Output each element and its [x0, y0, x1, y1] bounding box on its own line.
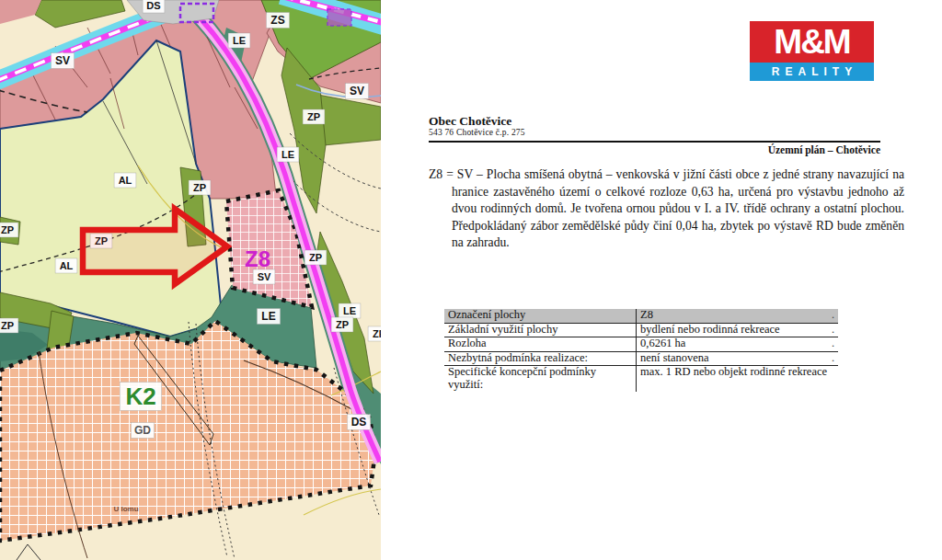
map-label: AL [114, 173, 136, 188]
logo-bottom: REALITY [750, 63, 874, 81]
map-label: AL [55, 258, 77, 273]
zone-description-paragraph: Z8 = SV – Plocha smíšená obytná – venkov… [429, 166, 904, 252]
svg-text:DS: DS [146, 0, 160, 11]
table-row: Označení plochy . Z8 [444, 309, 838, 323]
svg-text:K2: K2 [125, 383, 155, 410]
map-label: ZP [368, 326, 381, 341]
row-value: . Z8 [637, 309, 839, 323]
map-label: SV [345, 84, 368, 99]
zoning-map: DSZSLESVSVZPLEZPALZPZPALZ8SVZPLELEZPZPZP… [0, 0, 381, 560]
map-label: SV [253, 269, 275, 284]
logo-reality-text: REALITY [772, 65, 857, 78]
document-header: Obec Chotěvice 543 76 Chotěvice č.p. 275… [429, 114, 880, 155]
svg-text:DS: DS [351, 416, 367, 429]
svg-text:ZP: ZP [309, 252, 322, 263]
header-rule [429, 141, 880, 143]
table-row: Základní využití plochy . bydlení nebo r… [444, 323, 838, 337]
svg-text:U lomu: U lomu [113, 505, 138, 513]
logo-mm-text: M&M [774, 23, 849, 62]
table-row: Rozloha . 0,6261 ha [444, 337, 838, 352]
map-label: ZP [0, 318, 18, 333]
map-label: LE [339, 303, 361, 318]
page: DSZSLESVSVZPLEZPALZPZPALZ8SVZPLELEZPZPZP… [0, 0, 942, 560]
map-label: ZS [266, 13, 289, 29]
map-label: Z8 [245, 246, 270, 271]
plan-title: Územní plán – Chotěvice [429, 144, 880, 155]
svg-text:ZS: ZS [270, 14, 284, 27]
svg-text:LE: LE [233, 35, 246, 46]
svg-text:LE: LE [281, 149, 294, 160]
svg-text:SV: SV [258, 271, 271, 282]
svg-text:ZP: ZP [307, 111, 320, 122]
municipality-name: Obec Chotěvice [429, 114, 880, 128]
row-value: max. 1 RD nebo objekt rodinné rekreace [637, 366, 839, 393]
map-label: LE [257, 309, 280, 325]
map-label: DS [143, 0, 165, 13]
svg-text:LE: LE [343, 305, 356, 316]
row-label: Specifické koncepční podmínky využití: [444, 366, 637, 393]
zone-attributes-table: Označení plochy . Z8 Základní využití pl… [444, 309, 838, 392]
map-label: U lomu [113, 505, 138, 513]
mm-reality-logo: M&M REALITY [750, 21, 874, 81]
svg-text:LE: LE [261, 310, 275, 323]
zoning-map-svg: DSZSLESVSVZPLEZPALZPZPALZ8SVZPLELEZPZPZP… [0, 0, 381, 560]
row-label: Rozloha [444, 337, 637, 352]
map-label: DS [347, 415, 370, 430]
svg-text:SV: SV [350, 85, 364, 97]
row-label: Základní využití plochy [444, 323, 637, 337]
row-value: . bydlení nebo rodinná rekreace [637, 323, 839, 337]
trailing-dot: . [832, 309, 834, 322]
map-label: LE [228, 33, 250, 48]
svg-text:ZP: ZP [336, 319, 349, 330]
map-label: GD [131, 423, 154, 439]
map-label: SV [51, 53, 74, 69]
svg-text:ZP: ZP [373, 328, 381, 339]
svg-text:ZP: ZP [1, 320, 14, 331]
svg-text:GD: GD [134, 424, 151, 437]
svg-text:AL: AL [60, 260, 74, 271]
map-label: ZP [303, 109, 325, 124]
row-value: . není stanovena [637, 351, 839, 366]
row-label: Nezbytná podmínka realizace: [444, 351, 637, 366]
svg-text:AL: AL [119, 175, 132, 186]
map-label: K2 [120, 383, 161, 411]
map-label: ZP [0, 223, 18, 237]
trailing-dot: . [832, 352, 834, 365]
map-label: ZP [189, 180, 211, 195]
purple-patch [327, 9, 351, 26]
map-label: ZP [304, 250, 327, 265]
svg-text:SV: SV [55, 54, 70, 67]
municipality-address: 543 76 Chotěvice č.p. 275 [429, 128, 880, 138]
trailing-dot: . [832, 337, 834, 350]
svg-text:ZP: ZP [193, 182, 206, 193]
document-panel: M&M REALITY Obec Chotěvice 543 76 Chotěv… [381, 0, 942, 560]
row-value: . 0,6261 ha [637, 337, 839, 352]
map-label: ZP [331, 317, 353, 332]
trailing-dot: . [832, 324, 834, 337]
row-label: Označení plochy [444, 309, 637, 323]
table-row: Nezbytná podmínka realizace: . není stan… [444, 351, 838, 366]
svg-text:ZP: ZP [1, 224, 14, 235]
svg-text:Z8: Z8 [245, 246, 270, 271]
map-label: LE [277, 147, 299, 162]
logo-top: M&M [750, 21, 874, 63]
table-row: Specifické koncepční podmínky využití: m… [444, 366, 838, 393]
